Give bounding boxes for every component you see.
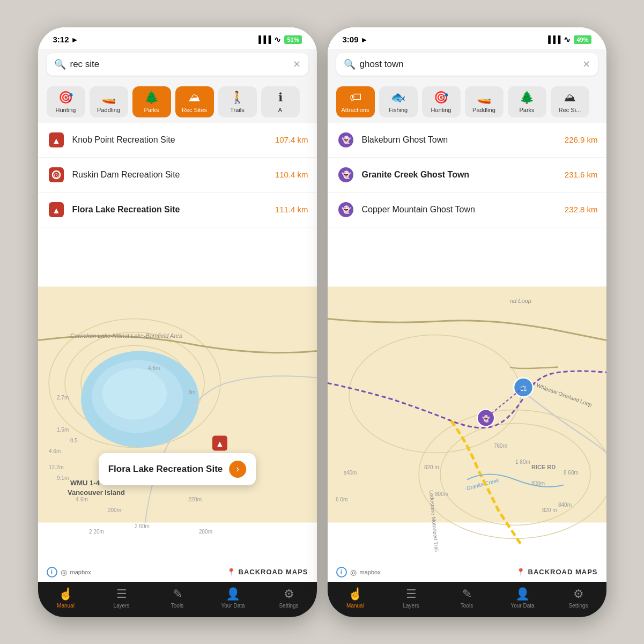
tab-manual-left[interactable]: ☝ Manual: [47, 587, 85, 609]
svg-text:▲: ▲: [52, 136, 61, 145]
trails-icon-left: 🚶: [230, 91, 245, 105]
filter-parks-right[interactable]: 🌲 Parks: [508, 86, 546, 117]
result-item-3-right[interactable]: 👻 Copper Mountain Ghost Town 232.8 km: [328, 193, 606, 227]
rec-sites-icon-left: ⛰: [189, 91, 201, 105]
svg-text:👻: 👻: [341, 205, 351, 214]
svg-text:1.5m: 1.5m: [57, 426, 69, 432]
map-popup-left[interactable]: Flora Lake Recreation Site ›: [99, 453, 256, 485]
map-popup-text-left: Flora Lake Recreation Site: [108, 464, 223, 475]
result-icon-2-left: ⊙: [47, 165, 66, 184]
info-icon-right[interactable]: i: [336, 567, 347, 578]
svg-text:200m: 200m: [108, 507, 121, 513]
result-item-1-left[interactable]: ▲ Knob Point Recreation Site 107.4 km: [38, 123, 317, 158]
tab-layers-right[interactable]: ☰ Layers: [393, 587, 430, 609]
result-dist-2-left: 110.4 km: [275, 170, 308, 179]
paddling-label-left: Paddling: [97, 107, 120, 113]
svg-text:▲: ▲: [52, 206, 61, 215]
signal-icon-right: ▐▐▐: [546, 35, 561, 43]
info-icon-left[interactable]: i: [47, 567, 57, 578]
settings-icon-left: ⚙: [284, 587, 294, 601]
result-icon-3-right: 👻: [336, 200, 356, 219]
search-clear-right[interactable]: ✕: [582, 58, 590, 70]
your-data-icon-left: 👤: [226, 587, 240, 601]
map-popup-arrow-left[interactable]: ›: [229, 461, 246, 478]
search-query-left[interactable]: rec site: [70, 59, 288, 70]
paddling-label-right: Paddling: [472, 107, 495, 113]
tab-bar-right: ☝ Manual ☰ Layers ✎ Tools 👤 Your Data ⚙ …: [328, 582, 606, 617]
parks-icon-left: 🌲: [144, 91, 159, 105]
filter-fishing-right[interactable]: 🐟 Fishing: [379, 86, 418, 117]
tab-tools-left[interactable]: ✎ Tools: [159, 587, 196, 609]
tab-manual-right[interactable]: ☝ Manual: [337, 587, 374, 609]
filter-trails-left[interactable]: 🚶 Trails: [218, 86, 257, 117]
result-item-3-left[interactable]: ▲ Flora Lake Recreation Site 111.4 km: [38, 193, 317, 227]
paddling-icon-right: 🚤: [477, 91, 491, 105]
manual-icon-left: ☝: [58, 587, 73, 601]
trails-label-left: Trails: [230, 107, 244, 113]
svg-text:RICE RD: RICE RD: [531, 463, 556, 470]
result-icon-2-right: 👻: [336, 165, 356, 184]
result-name-2-left: Ruskin Dam Recreation Site: [72, 170, 269, 180]
svg-text:8 60m: 8 60m: [564, 469, 579, 475]
map-credits-right: i ◎ mapbox: [336, 567, 381, 578]
result-name-3-right: Copper Mountain Ghost Town: [362, 205, 558, 214]
your-data-label-left: Your Data: [221, 603, 245, 609]
search-bar-left[interactable]: 🔍 rec site ✕: [47, 53, 308, 76]
a-label-left: A: [278, 107, 282, 113]
parks-label-right: Parks: [519, 107, 534, 113]
battery-left: 51%: [284, 35, 301, 44]
settings-label-left: Settings: [279, 603, 298, 609]
map-svg-left: Cowichan Lake-Nitinat Lake-Bamfield Area…: [38, 227, 317, 582]
filter-hunting-right[interactable]: 🎯 Hunting: [422, 86, 461, 117]
svg-text:4-6m: 4-6m: [76, 496, 88, 502]
tab-settings-right[interactable]: ⚙ Settings: [560, 587, 597, 609]
filter-parks-left[interactable]: 🌲 Parks: [132, 86, 171, 117]
tab-layers-left[interactable]: ☰ Layers: [103, 587, 140, 609]
result-dist-3-left: 111.4 km: [275, 205, 308, 214]
search-query-right[interactable]: ghost town: [360, 59, 578, 70]
svg-text:12.2m: 12.2m: [49, 464, 64, 470]
filter-attractions-right[interactable]: 🏷 Attractions: [336, 86, 375, 117]
search-bar-right[interactable]: 🔍 ghost town ✕: [336, 53, 598, 76]
filter-paddling-right[interactable]: 🚤 Paddling: [465, 86, 504, 117]
svg-text:820 m: 820 m: [542, 507, 557, 513]
filter-paddling-left[interactable]: 🚤 Paddling: [90, 86, 128, 117]
layers-label-right: Layers: [403, 603, 419, 609]
result-icon-1-left: ▲: [47, 130, 66, 150]
result-name-1-right: Blakeburn Ghost Town: [362, 135, 558, 145]
phone-left: 3:12 ► ▐▐▐ ∿ 51% 🔍 rec site ✕ 🎯 Hunting: [38, 27, 317, 617]
svg-text:4.6m: 4.6m: [148, 365, 160, 371]
result-dist-1-right: 226.9 km: [565, 135, 598, 144]
result-item-1-right[interactable]: 👻 Blakeburn Ghost Town 226.9 km: [328, 123, 606, 158]
camera-icon-left: ◎: [61, 568, 67, 576]
backroad-pin-right: 📍: [516, 568, 525, 576]
backroad-text-left: BACKROAD MAPS: [239, 568, 308, 576]
filter-rec-sites-right[interactable]: ⛰ Rec Si...: [551, 86, 589, 117]
battery-right: 49%: [574, 35, 591, 44]
search-clear-left[interactable]: ✕: [293, 58, 301, 70]
results-list-left: ▲ Knob Point Recreation Site 107.4 km ⊙ …: [38, 123, 317, 227]
tab-your-data-right[interactable]: 👤 Your Data: [504, 587, 542, 609]
svg-text:0.5: 0.5: [70, 437, 78, 443]
filter-hunting-left[interactable]: 🎯 Hunting: [47, 86, 85, 117]
backroad-logo-right: 📍 BACKROAD MAPS: [516, 568, 598, 576]
backroad-text-right: BACKROAD MAPS: [528, 568, 598, 576]
tools-icon-right: ✎: [462, 587, 472, 601]
svg-text:6 0m: 6 0m: [336, 496, 347, 502]
tab-tools-right[interactable]: ✎ Tools: [448, 587, 486, 609]
result-dist-2-right: 231.6 km: [565, 170, 598, 179]
filter-strip-right: 🏷 Attractions 🐟 Fishing 🎯 Hunting 🚤 Padd…: [328, 82, 606, 123]
hunting-label-left: Hunting: [56, 107, 76, 113]
filter-a-left[interactable]: ℹ A: [261, 86, 300, 117]
filter-rec-sites-left[interactable]: ⛰ Rec Sites: [175, 86, 214, 117]
result-item-2-right[interactable]: 👻 Granite Creek Ghost Town 231.6 km: [328, 158, 606, 193]
tools-label-right: Tools: [461, 603, 473, 609]
svg-text:3m: 3m: [188, 389, 196, 395]
result-item-2-left[interactable]: ⊙ Ruskin Dam Recreation Site 110.4 km: [38, 158, 317, 193]
tab-your-data-left[interactable]: 👤 Your Data: [214, 587, 252, 609]
attractions-label-right: Attractions: [342, 107, 369, 113]
mapbox-text-left: mapbox: [70, 569, 91, 575]
tab-settings-left[interactable]: ⚙ Settings: [270, 587, 308, 609]
svg-text:▲: ▲: [216, 439, 224, 448]
rec-sites-label-right: Rec Si...: [559, 107, 581, 113]
